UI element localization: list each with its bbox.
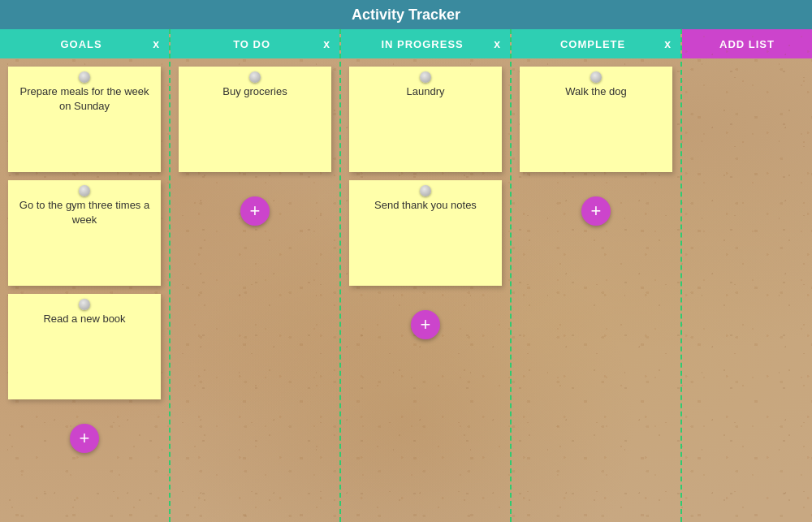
add-list-column: ADD LIST xyxy=(682,29,812,522)
card-in-progress-1: Send thank you notes xyxy=(349,180,502,286)
pin-icon xyxy=(590,71,602,83)
app-header: Activity Tracker xyxy=(0,0,812,29)
card-in-progress-0: Laundry xyxy=(349,67,502,172)
close-complete-button[interactable]: x xyxy=(664,37,671,50)
app-title: Activity Tracker xyxy=(352,6,460,24)
column-body-complete: Walk the dog + xyxy=(512,58,680,522)
pin-icon xyxy=(420,185,431,196)
column-title-in-progress: IN PROGRESS xyxy=(351,38,494,50)
card-todo-0: Buy groceries xyxy=(179,67,331,172)
pin-icon xyxy=(420,71,431,83)
column-body-todo: Buy groceries + xyxy=(171,58,339,522)
card-goals-1: Go to the gym three times a week xyxy=(8,180,161,286)
add-card-goals-button[interactable]: + xyxy=(70,424,99,453)
column-title-goals: GOALS xyxy=(10,38,153,50)
column-header-complete: COMPLETE x xyxy=(512,29,680,58)
column-complete: COMPLETE x Walk the dog + xyxy=(512,29,682,522)
column-title-complete: COMPLETE xyxy=(521,38,664,50)
add-list-label: ADD LIST xyxy=(719,38,775,50)
column-header-in-progress: IN PROGRESS x xyxy=(341,29,510,58)
pin-icon xyxy=(79,185,90,196)
board: GOALS x Prepare meals for the week on Su… xyxy=(0,29,812,522)
close-goals-button[interactable]: x xyxy=(153,37,159,50)
pin-icon xyxy=(79,299,90,310)
column-goals: GOALS x Prepare meals for the week on Su… xyxy=(0,29,171,522)
close-in-progress-button[interactable]: x xyxy=(494,37,500,50)
add-card-in-progress-button[interactable]: + xyxy=(411,310,440,339)
app-container: Activity Tracker GOALS x Prepare meals f… xyxy=(0,0,812,522)
card-goals-0: Prepare meals for the week on Sunday xyxy=(8,67,161,172)
card-complete-0: Walk the dog xyxy=(520,67,672,172)
close-todo-button[interactable]: x xyxy=(323,37,330,50)
column-in-progress: IN PROGRESS x Laundry Send thank you not… xyxy=(341,29,512,522)
column-todo: TO DO x Buy groceries + xyxy=(171,29,341,522)
card-goals-2: Read a new book xyxy=(8,294,161,399)
column-title-todo: TO DO xyxy=(180,38,323,50)
pin-icon xyxy=(249,71,261,83)
add-card-todo-button[interactable]: + xyxy=(240,196,270,226)
add-list-button[interactable]: ADD LIST xyxy=(682,29,812,58)
column-body-in-progress: Laundry Send thank you notes + xyxy=(341,58,510,522)
column-body-goals: Prepare meals for the week on Sunday Go … xyxy=(0,58,169,522)
pin-icon xyxy=(79,71,90,83)
add-card-complete-button[interactable]: + xyxy=(581,196,611,226)
column-header-goals: GOALS x xyxy=(0,29,169,58)
column-header-todo: TO DO x xyxy=(171,29,339,58)
